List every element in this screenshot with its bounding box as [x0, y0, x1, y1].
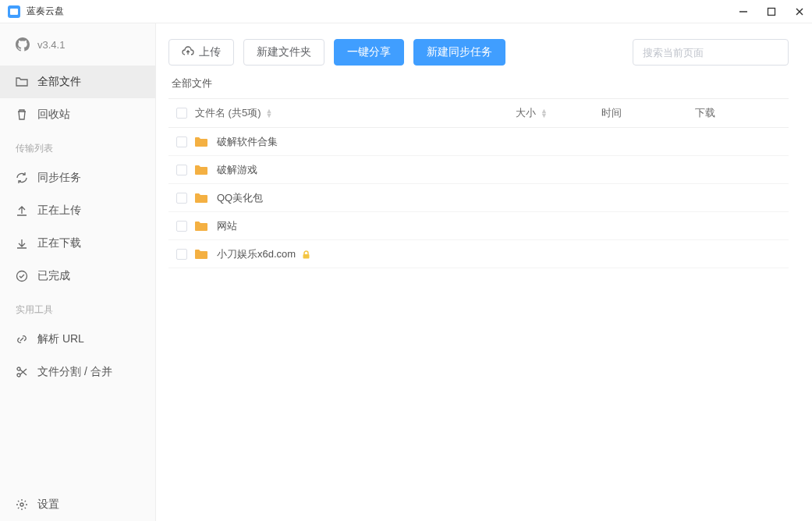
- breadcrumb[interactable]: 全部文件: [168, 66, 789, 98]
- row-checkbox[interactable]: [176, 221, 187, 232]
- file-name: 破解软件合集: [217, 135, 278, 149]
- sync-icon: [16, 172, 28, 184]
- table-row[interactable]: QQ美化包: [168, 184, 789, 212]
- column-time[interactable]: 时间: [601, 106, 695, 120]
- upload-icon: [16, 204, 28, 217]
- github-icon: [16, 37, 30, 51]
- new-sync-button[interactable]: 新建同步任务: [413, 39, 505, 66]
- trash-icon: [16, 108, 28, 121]
- sidebar-item-recycle[interactable]: 回收站: [0, 98, 155, 131]
- folder-icon: [195, 249, 207, 260]
- svg-rect-10: [303, 254, 310, 259]
- sidebar-item-done[interactable]: 已完成: [0, 260, 155, 292]
- folder-open-icon: [16, 76, 28, 88]
- svg-point-6: [17, 271, 27, 282]
- select-all-checkbox[interactable]: [176, 108, 187, 119]
- svg-point-8: [17, 374, 20, 377]
- row-name-cell: 网站: [195, 219, 516, 233]
- new-folder-button[interactable]: 新建文件夹: [243, 39, 324, 66]
- sidebar-item-label: 回收站: [37, 108, 70, 122]
- toolbar: 上传 新建文件夹 一键分享 新建同步任务: [168, 39, 789, 66]
- cloud-upload-icon: [182, 46, 194, 59]
- row-name-cell: 小刀娱乐x6d.com: [195, 247, 516, 261]
- sidebar-item-label: 正在上传: [37, 204, 81, 218]
- table-header: 文件名 (共5项) ▲▼ 大小 ▲▼ 时间 下载: [168, 98, 789, 128]
- upload-button[interactable]: 上传: [168, 39, 234, 66]
- sidebar-section-tools: 实用工具: [0, 292, 155, 323]
- sidebar: v3.4.1 全部文件 回收站 传输列表 同步任务 正在上传 正在下载 已完成 …: [0, 23, 156, 521]
- folder-icon: [195, 221, 207, 232]
- close-button[interactable]: [795, 7, 804, 16]
- window-controls: [739, 7, 804, 16]
- sidebar-item-label: 已完成: [37, 269, 70, 283]
- sidebar-item-settings[interactable]: 设置: [0, 488, 155, 521]
- svg-rect-1: [10, 9, 18, 15]
- sidebar-item-split-merge[interactable]: 文件分割 / 合并: [0, 356, 155, 388]
- maximize-button[interactable]: [767, 7, 776, 16]
- file-name: 小刀娱乐x6d.com: [217, 247, 296, 261]
- row-name-cell: 破解软件合集: [195, 135, 516, 149]
- column-label: 文件名 (共5项): [195, 106, 261, 120]
- table-body: 破解软件合集破解游戏QQ美化包网站小刀娱乐x6d.com: [168, 128, 789, 268]
- button-label: 上传: [199, 45, 221, 59]
- share-button[interactable]: 一键分享: [334, 39, 404, 66]
- search-input[interactable]: [633, 39, 789, 66]
- sidebar-item-label: 全部文件: [37, 75, 81, 89]
- sort-icon: ▲▼: [266, 108, 273, 118]
- folder-icon: [195, 165, 207, 175]
- sidebar-item-parse-url[interactable]: 解析 URL: [0, 323, 155, 356]
- row-name-cell: 破解游戏: [195, 163, 516, 177]
- row-checkbox[interactable]: [176, 249, 187, 260]
- row-checkbox[interactable]: [176, 193, 187, 204]
- row-checkbox[interactable]: [176, 165, 187, 175]
- folder-icon: [195, 193, 207, 204]
- sort-icon: ▲▼: [541, 108, 548, 118]
- file-name: 网站: [217, 219, 237, 233]
- row-name-cell: QQ美化包: [195, 191, 516, 205]
- table-row[interactable]: 网站: [168, 212, 789, 240]
- check-circle-icon: [16, 270, 28, 282]
- file-name: QQ美化包: [217, 191, 263, 205]
- row-checkbox[interactable]: [176, 136, 187, 147]
- sidebar-item-label: 设置: [37, 498, 59, 512]
- table-row[interactable]: 破解软件合集: [168, 128, 789, 156]
- sidebar-item-label: 解析 URL: [37, 332, 84, 346]
- sidebar-item-label: 同步任务: [37, 171, 81, 185]
- column-label: 大小: [516, 106, 536, 120]
- download-icon: [16, 237, 28, 250]
- main-content: 上传 新建文件夹 一键分享 新建同步任务 全部文件 文件名 (共5项) ▲▼ 大…: [156, 23, 812, 521]
- sidebar-item-all-files[interactable]: 全部文件: [0, 66, 155, 98]
- sidebar-item-downloading[interactable]: 正在下载: [0, 227, 155, 260]
- sidebar-item-label: 正在下载: [37, 236, 81, 250]
- version-row[interactable]: v3.4.1: [0, 37, 155, 66]
- column-name[interactable]: 文件名 (共5项) ▲▼: [195, 106, 516, 120]
- app-title: 蓝奏云盘: [27, 5, 739, 18]
- sidebar-item-sync[interactable]: 同步任务: [0, 161, 155, 194]
- gear-icon: [16, 498, 28, 511]
- folder-icon: [195, 136, 207, 147]
- minimize-button[interactable]: [739, 7, 748, 16]
- svg-point-7: [17, 367, 20, 370]
- scissors-icon: [16, 366, 28, 378]
- svg-rect-3: [768, 8, 775, 15]
- svg-point-9: [20, 503, 23, 506]
- column-download[interactable]: 下载: [695, 106, 789, 120]
- table-row[interactable]: 破解游戏: [168, 156, 789, 184]
- version-label: v3.4.1: [37, 39, 65, 51]
- app-icon: [8, 5, 20, 18]
- column-size[interactable]: 大小 ▲▼: [516, 106, 601, 120]
- table-row[interactable]: 小刀娱乐x6d.com: [168, 240, 789, 268]
- sidebar-item-label: 文件分割 / 合并: [37, 365, 112, 379]
- link-icon: [16, 333, 28, 346]
- file-name: 破解游戏: [217, 163, 257, 177]
- sidebar-section-transfer: 传输列表: [0, 131, 155, 161]
- lock-icon: [302, 250, 310, 258]
- titlebar: 蓝奏云盘: [0, 0, 812, 23]
- sidebar-item-uploading[interactable]: 正在上传: [0, 194, 155, 227]
